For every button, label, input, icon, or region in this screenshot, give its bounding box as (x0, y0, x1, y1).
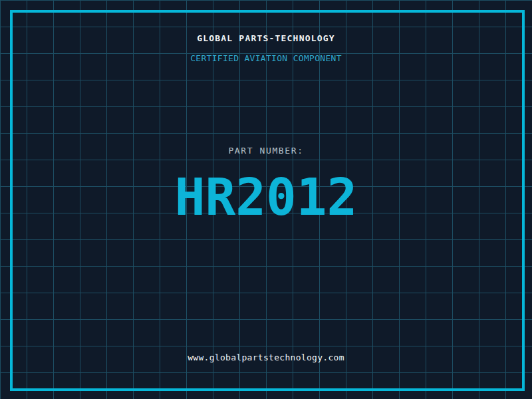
part-number-label: PART NUMBER: (0, 146, 532, 155)
blueprint-page: GLOBAL PARTS-TECHNOLOGY CERTIFIED AVIATI… (0, 0, 532, 399)
part-number-value: HR2012 (0, 172, 532, 223)
company-name: GLOBAL PARTS-TECHNOLOGY (0, 34, 532, 43)
certification-tagline: CERTIFIED AVIATION COMPONENT (0, 54, 532, 63)
website-url: www.globalpartstechnology.com (0, 353, 532, 362)
